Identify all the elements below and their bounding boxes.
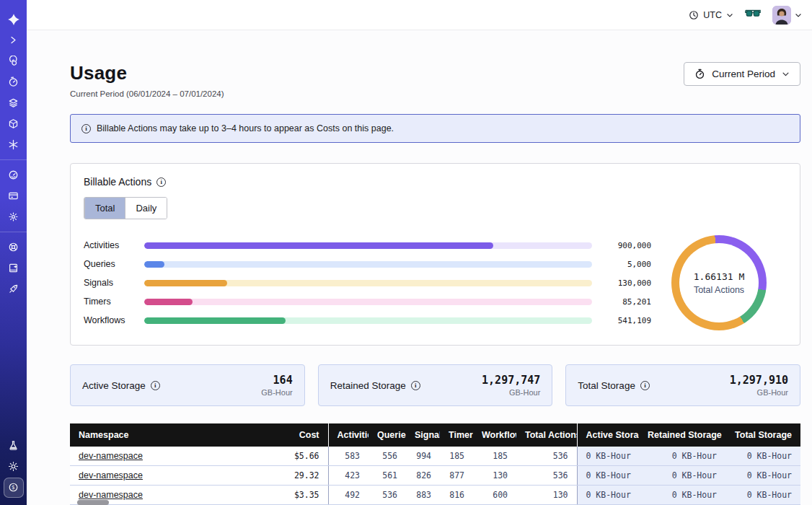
- cell-workflows: 130: [473, 466, 516, 486]
- settings-gear-icon[interactable]: [0, 206, 27, 227]
- storage-card-unit: GB-Hour: [482, 388, 540, 397]
- storage-card: Retained Storage 1,297,747 GB-Hour: [318, 364, 553, 406]
- cell-queries: 536: [369, 486, 406, 505]
- cell-total-actions: 536: [516, 447, 577, 466]
- storage-card: Active Storage 164 GB-Hour: [70, 364, 305, 406]
- usage-bar-row: Activities 900,000: [84, 236, 651, 255]
- docs-icon[interactable]: [0, 258, 27, 278]
- table-row: dev-namespace 29.32 423 561 826 877 130 …: [70, 466, 800, 486]
- donut-wrap: 1.66131 M Total Actions: [651, 235, 787, 330]
- bar-fill: [144, 280, 227, 286]
- storage-card-value: 1,297,910: [730, 374, 788, 387]
- chevron-down-icon: [726, 12, 733, 19]
- period-dropdown-label: Current Period: [712, 69, 775, 79]
- cell-active-storage: 0 KB-Hour: [577, 466, 639, 486]
- total-daily-tabs: TotalDaily: [84, 197, 167, 219]
- bar-value: 130,000: [604, 278, 651, 288]
- billable-actions-card: Billable Actions TotalDaily Activities 9…: [70, 163, 800, 346]
- cell-workflows: 600: [473, 486, 516, 505]
- expand-sidebar-icon[interactable]: [0, 30, 27, 50]
- cell-activities: 423: [328, 466, 369, 486]
- timezone-label: UTC: [703, 10, 722, 20]
- donut-total-label: Total Actions: [694, 285, 744, 295]
- getting-started-rocket-icon[interactable]: [0, 278, 27, 299]
- bar-track: [144, 242, 592, 249]
- cell-activities: 583: [328, 447, 369, 466]
- bar-value: 900,000: [604, 241, 651, 250]
- bar-track: [144, 261, 592, 268]
- theme-sun-icon[interactable]: [0, 456, 27, 477]
- cell-active-storage: 0 KB-Hour: [577, 447, 639, 466]
- bar-fill: [144, 299, 193, 305]
- cell-cost: 29.32: [247, 466, 328, 486]
- pricing-dollar-icon[interactable]: $: [0, 477, 27, 498]
- col-header-queries: Queries: [369, 423, 406, 447]
- info-icon[interactable]: [151, 381, 160, 390]
- cell-active-storage: 0 KB-Hour: [577, 486, 639, 505]
- schedules-icon[interactable]: [0, 71, 27, 92]
- bar-label: Queries: [84, 259, 134, 269]
- table-row: dev-namespace $3.35 492 536 883 816 600 …: [70, 486, 800, 505]
- namespace-link[interactable]: dev-namespace: [79, 470, 143, 480]
- namespace-table-wrap: Namespace Cost Activities Queries Signal…: [70, 423, 800, 505]
- table-header-row: Namespace Cost Activities Queries Signal…: [70, 423, 800, 447]
- labs-flask-icon[interactable]: [0, 435, 27, 456]
- namespace-usage-table: Namespace Cost Activities Queries Signal…: [70, 423, 800, 505]
- col-header-signals: Signals: [406, 423, 440, 447]
- bar-track: [144, 299, 592, 305]
- sidebar: $: [0, 0, 27, 505]
- cell-timers: 877: [440, 466, 473, 486]
- namespaces-icon[interactable]: [0, 50, 27, 71]
- topbar: UTC: [27, 0, 812, 30]
- tab[interactable]: Daily: [125, 198, 167, 219]
- svg-text:$: $: [12, 484, 15, 491]
- storage-card-unit: GB-Hour: [261, 388, 292, 397]
- cell-total-storage: 0 KB-Hour: [725, 486, 800, 505]
- bar-value: 85,201: [604, 297, 651, 307]
- workflows-cube-icon[interactable]: [0, 113, 27, 134]
- bar-fill: [144, 242, 493, 249]
- col-header-total-actions: Total Actions: [516, 423, 577, 447]
- storage-card-label: Retained Storage: [330, 380, 406, 391]
- storage-card-label: Total Storage: [578, 380, 635, 391]
- info-icon: [81, 124, 91, 133]
- storage-card-value: 164: [261, 374, 292, 387]
- info-banner: Billable Actions may take up to 3–4 hour…: [70, 114, 800, 143]
- horizontal-scrollbar-thumb[interactable]: [77, 500, 109, 505]
- namespace-link[interactable]: dev-namespace: [79, 451, 143, 461]
- usage-gauge-icon[interactable]: [0, 164, 27, 185]
- tab[interactable]: Total: [84, 198, 125, 219]
- deployments-icon[interactable]: [0, 92, 27, 113]
- cell-retained-storage: 0 KB-Hour: [639, 486, 725, 505]
- cell-queries: 556: [369, 447, 406, 466]
- user-menu[interactable]: [772, 6, 802, 25]
- bar-track: [144, 317, 592, 324]
- storage-cards: Active Storage 164 GB-Hour Retained Stor…: [70, 364, 800, 406]
- col-header-namespace: Namespace: [70, 423, 247, 447]
- info-icon[interactable]: [640, 381, 650, 390]
- period-dropdown-button[interactable]: Current Period: [684, 62, 800, 86]
- info-banner-text: Billable Actions may take up to 3–4 hour…: [97, 123, 394, 133]
- cell-total-storage: 0 KB-Hour: [725, 466, 800, 486]
- table-row: dev-namespace $5.66 583 556 994 185 185 …: [70, 447, 800, 466]
- info-icon[interactable]: [411, 381, 420, 390]
- bar-fill: [144, 317, 286, 324]
- billing-card-icon[interactable]: [0, 185, 27, 206]
- timezone-selector[interactable]: UTC: [689, 10, 733, 20]
- bar-value: 541,109: [604, 316, 651, 325]
- cell-cost: $5.66: [247, 447, 328, 466]
- temporal-logo-icon[interactable]: [0, 9, 27, 30]
- support-lifebuoy-icon[interactable]: [0, 237, 27, 258]
- namespace-link[interactable]: dev-namespace: [79, 490, 143, 500]
- dev-glasses-icon[interactable]: [745, 9, 761, 22]
- info-icon[interactable]: [156, 177, 166, 187]
- cell-total-actions: 130: [516, 486, 577, 505]
- nexus-icon[interactable]: [0, 134, 27, 155]
- cell-activities: 492: [328, 486, 369, 505]
- app-window: $ UTC Usage Curre: [0, 0, 812, 505]
- usage-bar-row: Queries 5,000: [84, 255, 651, 273]
- cell-cost: $3.35: [247, 486, 328, 505]
- storage-card-value: 1,297,747: [482, 374, 540, 387]
- cell-total-storage: 0 KB-Hour: [725, 447, 800, 466]
- bar-fill: [144, 261, 164, 268]
